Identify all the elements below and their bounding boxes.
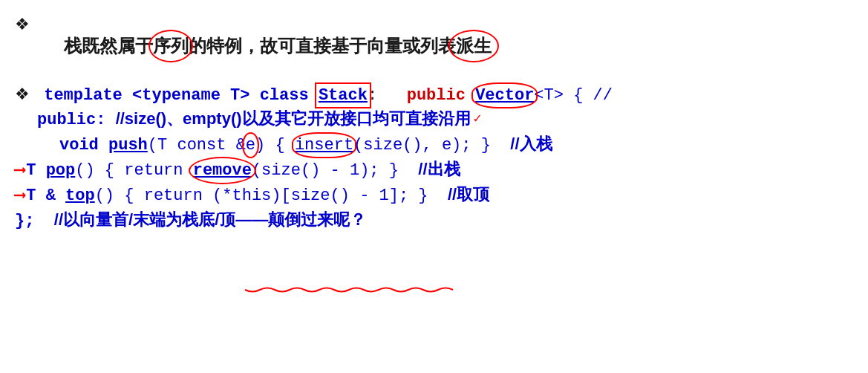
push-comment: //入栈 [510,133,552,155]
line-1: ❖ 栈既然属于序列的特例，故可直接基于向量或列表派生 [15,13,853,79]
template-param: <T> { // [534,86,613,105]
public-label: public: [37,111,116,129]
pop-body-2: (size() - 1); } [252,161,418,180]
bullet-1: ❖ [15,15,30,34]
top-method: top [65,186,95,205]
line-5: ⟶ T pop () { return remove (size() - 1);… [15,158,853,181]
closing-brace-comment: }; [15,212,54,230]
T-return-type: T [26,161,45,180]
push-method: push [108,136,148,155]
line-2: ❖ template <typename T> class Stack : pu… [15,85,853,105]
line-6: ⟶ T & top () { return (*this)[size() - 1… [15,184,853,206]
pop-comment: //出栈 [418,158,460,181]
remove-method: remove [193,161,252,180]
line1-text: 栈既然属于序列的特例，故可直接基于向量或列表派生 [34,13,492,79]
vector-class: Vector [475,86,534,105]
top-comment: //取顶 [448,184,489,206]
arrow-2: ⟶ [15,185,25,205]
param-e-circled: e [246,136,255,155]
circle-paisheng: 派生 [456,34,492,58]
pop-body-1: () { return [75,161,192,180]
push-body-2: (size(), e); } [353,136,510,155]
circle-xulie: 序列 [153,34,189,58]
bullet-2: ❖ [15,85,30,104]
T-ref-return: T & [26,186,65,205]
push-params-1: (T const & [148,136,246,155]
pop-method: pop [46,161,76,180]
arrow-1: ⟶ [15,160,25,180]
colon-separator: : [368,86,387,105]
closing-comment: //以向量首/末端为栈底/顶——颠倒过来呢？ [54,209,366,231]
template-keyword: template <typename T> class [34,86,319,105]
stack-class: Stack [319,86,368,105]
line-3: public: //size()、empty()以及其它开放接口均可直接沿用 ✓ [37,108,853,130]
checkmark-annotation: ✓ [474,110,482,126]
top-body: () { return (*this)[size() - 1]; } [95,186,448,205]
push-body-1: ) { [255,136,295,155]
public-comment: //size()、empty()以及其它开放接口均可直接沿用 [116,108,471,130]
public-keyword: public [387,86,475,105]
void-keyword: void [59,136,108,155]
insert-method: insert [295,136,353,155]
page-content: ❖ 栈既然属于序列的特例，故可直接基于向量或列表派生 ❖ template <t… [0,0,868,231]
line-4: void push (T const & e ) { insert (size(… [59,133,853,155]
line-7: }; //以向量首/末端为栈底/顶——颠倒过来呢？ [15,209,853,231]
